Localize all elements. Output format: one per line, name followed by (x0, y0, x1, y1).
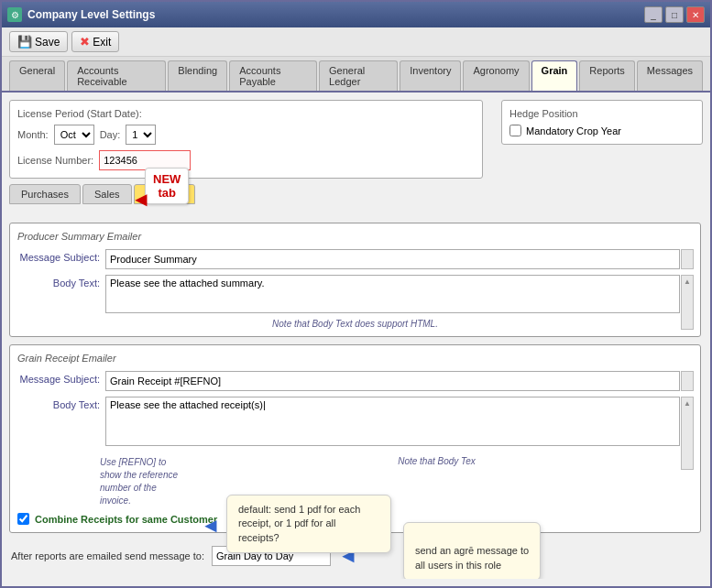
send-message-label: After reports are emailed send message t… (11, 550, 204, 561)
combine-row-wrapper: Combine Receipts for same Customer ◄ def… (17, 513, 693, 525)
tab-accounts-payable[interactable]: Accounts Payable (229, 60, 317, 91)
maximize-button[interactable]: □ (665, 6, 684, 23)
receipt-subject-row: Message Subject: (17, 371, 693, 391)
tab-general[interactable]: General (9, 60, 65, 91)
license-period-label: License Period (Start Date): (17, 108, 475, 119)
license-hedge-row: License Period (Start Date): Month: Oct … (9, 100, 703, 179)
refno-note-spacer (17, 454, 100, 457)
receipt-note: Note that Body Tex (398, 456, 476, 466)
tab-grain[interactable]: Grain (531, 60, 578, 91)
producer-emailer-section: Producer Summary Emailer Message Subject… (9, 223, 701, 337)
exit-button[interactable]: ✖ Exit (71, 31, 119, 52)
new-tab-callout: NEW tab (145, 168, 189, 204)
license-panel: License Period (Start Date): Month: Oct … (9, 100, 483, 179)
receipt-subject-label: Message Subject: (17, 371, 100, 385)
producer-note: Note that Body Text does support HTML. (17, 319, 693, 329)
main-window: ⚙ Company Level Settings _ □ ✕ 💾 Save ✖ … (0, 0, 712, 588)
day-select[interactable]: 1 (126, 125, 156, 145)
combine-arrow: ◄ (201, 514, 221, 538)
main-tab-bar: General Accounts Receivable Blending Acc… (2, 57, 710, 93)
tab-messages[interactable]: Messages (637, 60, 703, 91)
tab-blending[interactable]: Blending (168, 60, 227, 91)
toolbar: 💾 Save ✖ Exit (2, 27, 710, 57)
sub-tabs-wrapper: Purchases Sales Reports NEW tab ◄ (9, 184, 703, 217)
sub-tab-bar: Purchases Sales Reports (9, 184, 703, 204)
day-label: Day: (100, 129, 121, 140)
tab-reports[interactable]: Reports (579, 60, 635, 91)
producer-body-label: Body Text: (17, 275, 100, 289)
sub-tab-purchases[interactable]: Purchases (9, 184, 81, 204)
producer-subject-input[interactable] (105, 249, 680, 269)
save-icon: 💾 (17, 35, 32, 49)
window-title: Company Level Settings (27, 8, 155, 21)
hedge-title: Hedge Position (509, 108, 695, 119)
month-label: Month: (17, 129, 49, 140)
license-number-label: License Number: (17, 155, 93, 166)
exit-label: Exit (93, 36, 111, 49)
mandatory-crop-year-label: Mandatory Crop Year (526, 125, 621, 136)
window-icon: ⚙ (7, 7, 22, 22)
save-label: Save (35, 36, 60, 49)
combine-receipts-checkbox[interactable] (17, 513, 29, 525)
combine-receipts-label: Combine Receipts for same Customer (35, 514, 217, 525)
combine-callout: default: send 1 pdf for each receipt, or… (226, 495, 391, 553)
receipt-body-textarea[interactable]: Please see the attached receipt(s)| (105, 397, 680, 446)
tab-accounts-receivable[interactable]: Accounts Receivable (67, 60, 166, 91)
new-tab-arrow: ◄ (131, 188, 151, 212)
send-callout: send an agrē message to all users in thi… (403, 522, 541, 579)
save-button[interactable]: 💾 Save (9, 31, 68, 52)
receipt-body-row: Body Text: Please see the attached recei… (17, 397, 693, 449)
grain-receipt-emailer-title: Grain Receipt Emailer (17, 353, 693, 364)
producer-body-textarea[interactable]: Please see the attached summary. (105, 275, 680, 313)
mandatory-crop-year-checkbox[interactable] (509, 125, 521, 136)
tab-agronomy[interactable]: Agronomy (463, 60, 529, 91)
tab-inventory[interactable]: Inventory (400, 60, 461, 91)
minimize-button[interactable]: _ (644, 6, 663, 23)
hedge-panel: Hedge Position Mandatory Crop Year (501, 100, 703, 145)
content-area: License Period (Start Date): Month: Oct … (2, 93, 710, 586)
sub-tab-sales[interactable]: Sales (82, 184, 132, 204)
grain-receipt-emailer-section: Grain Receipt Emailer Message Subject: B… (9, 344, 701, 533)
month-select[interactable]: Oct (54, 125, 94, 145)
receipt-body-label: Body Text: (17, 397, 100, 410)
close-button[interactable]: ✕ (686, 6, 705, 23)
producer-body-row: Body Text: Please see the attached summa… (17, 275, 693, 313)
refno-note: Use [REFNO] to show the reference number… (100, 454, 181, 507)
producer-subject-row: Message Subject: (17, 249, 693, 269)
tab-general-ledger[interactable]: General Ledger (319, 60, 398, 91)
producer-subject-label: Message Subject: (17, 249, 100, 263)
reports-panel: Producer Summary Emailer Message Subject… (9, 223, 703, 579)
producer-emailer-title: Producer Summary Emailer (17, 231, 693, 242)
receipt-subject-input[interactable] (105, 371, 680, 391)
title-bar: ⚙ Company Level Settings _ □ ✕ (2, 2, 710, 27)
exit-icon: ✖ (80, 35, 90, 49)
